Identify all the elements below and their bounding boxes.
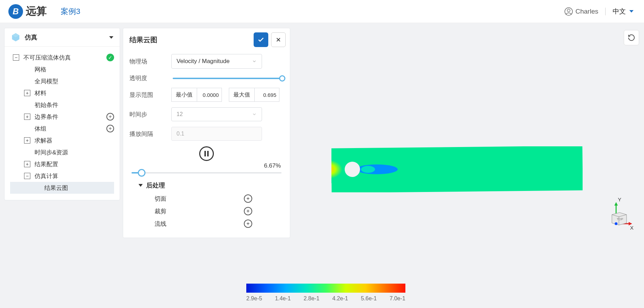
add-icon[interactable]: + bbox=[244, 220, 252, 228]
settings-title: 结果云图 bbox=[129, 35, 157, 45]
expand-icon[interactable]: + bbox=[24, 137, 30, 144]
axis-x-label: X bbox=[630, 225, 634, 231]
opacity-label: 透明度 bbox=[129, 74, 171, 82]
refresh-icon bbox=[628, 34, 635, 41]
colorbar-gradient bbox=[246, 284, 405, 293]
axis-y-label: Y bbox=[618, 197, 621, 202]
max-input-group: 最大值0.695 bbox=[229, 88, 279, 102]
refresh-button[interactable] bbox=[624, 30, 639, 45]
svg-point-6 bbox=[345, 162, 360, 177]
add-icon[interactable]: + bbox=[106, 113, 114, 121]
tree-node-boundary[interactable]: +边界条件+ bbox=[10, 111, 114, 123]
progress-slider[interactable] bbox=[132, 172, 282, 174]
brand-text: 远算 bbox=[26, 4, 47, 18]
collapse-icon[interactable]: − bbox=[24, 173, 30, 179]
tree-node-groups[interactable]: 体组+ bbox=[10, 123, 114, 134]
tree-node-result-cloud[interactable]: 结果云图 bbox=[10, 182, 114, 194]
chevron-down-icon bbox=[252, 112, 257, 117]
svg-point-5 bbox=[361, 166, 375, 173]
settings-header: 结果云图 bbox=[123, 28, 290, 51]
logo-icon: B bbox=[8, 4, 23, 19]
simulation-tree-panel: 仿真 −不可压缩流体仿真✓ 网格 全局模型 +材料 初始条件 +边界条件+ 体组… bbox=[4, 28, 120, 200]
chevron-down-icon bbox=[629, 10, 634, 13]
postprocess-header[interactable]: 后处理 bbox=[138, 181, 284, 190]
slider-thumb[interactable] bbox=[279, 75, 285, 82]
tick: 7.0e-1 bbox=[390, 295, 405, 302]
svg-point-1 bbox=[567, 9, 570, 12]
tree-node-materials[interactable]: +材料 bbox=[10, 87, 114, 99]
min-input[interactable]: 0.0000 bbox=[197, 92, 222, 98]
apply-button[interactable] bbox=[254, 32, 268, 47]
progress-percent: 6.67% bbox=[129, 162, 284, 169]
user-icon bbox=[564, 7, 573, 16]
max-label: 最大值 bbox=[229, 88, 255, 101]
min-input-group: 最小值0.0000 bbox=[171, 88, 222, 102]
tree-title: 仿真 bbox=[25, 33, 37, 41]
field-select[interactable]: Velocity / Magnitude bbox=[171, 54, 262, 69]
tree-node-solver[interactable]: +求解器 bbox=[10, 134, 114, 146]
tick: 2.8e-1 bbox=[304, 295, 319, 302]
colorbar-ticks: 2.9e-5 1.4e-1 2.8e-1 4.2e-1 5.6e-1 7.0e-… bbox=[246, 295, 405, 302]
tree-node-initial[interactable]: 初始条件 bbox=[10, 99, 114, 111]
user-name: Charles bbox=[576, 8, 598, 15]
chevron-down-icon bbox=[109, 36, 113, 39]
tree-node-sim-compute[interactable]: −仿真计算 bbox=[10, 170, 114, 182]
svg-marker-8 bbox=[614, 202, 618, 206]
check-icon bbox=[257, 36, 264, 43]
timestep-label: 时间步 bbox=[129, 110, 171, 118]
post-clip[interactable]: 裁剪+ bbox=[138, 205, 284, 217]
user-menu[interactable]: Charles bbox=[564, 7, 598, 16]
brand-logo[interactable]: B 远算 bbox=[8, 4, 47, 19]
add-icon[interactable]: + bbox=[244, 194, 252, 203]
play-pause-button[interactable] bbox=[199, 146, 214, 161]
cube-icon bbox=[11, 32, 21, 42]
header-divider bbox=[605, 8, 606, 15]
colorbar: 2.9e-5 1.4e-1 2.8e-1 4.2e-1 5.6e-1 7.0e-… bbox=[246, 284, 405, 302]
chevron-down-icon bbox=[252, 59, 257, 64]
velocity-contour-plot[interactable] bbox=[331, 146, 583, 192]
opacity-slider[interactable] bbox=[173, 78, 282, 79]
timestep-select[interactable]: 12 bbox=[171, 107, 262, 121]
language-label: 中文 bbox=[613, 7, 626, 16]
close-icon bbox=[276, 37, 281, 43]
expand-icon[interactable]: + bbox=[24, 161, 30, 167]
tree-node-timestep[interactable]: 时间步&资源 bbox=[10, 146, 114, 158]
svg-point-11 bbox=[615, 222, 617, 225]
post-streamline[interactable]: 流线+ bbox=[138, 217, 284, 230]
tree-node-root[interactable]: −不可压缩流体仿真✓ bbox=[10, 52, 114, 63]
result-settings-panel: 结果云图 物理场 Velocity / Magnitude 透明度 显示范围 最… bbox=[123, 28, 290, 238]
pause-icon bbox=[204, 151, 209, 156]
axis-top-label: TOP bbox=[617, 217, 623, 221]
collapse-icon[interactable]: − bbox=[13, 54, 19, 61]
tree-node-global-model[interactable]: 全局模型 bbox=[10, 75, 114, 87]
interval-label: 播放间隔 bbox=[129, 130, 171, 138]
language-selector[interactable]: 中文 bbox=[613, 7, 634, 16]
breadcrumb[interactable]: 案例3 bbox=[61, 6, 80, 17]
field-label: 物理场 bbox=[129, 57, 171, 66]
min-label: 最小值 bbox=[172, 88, 197, 101]
expand-icon[interactable]: + bbox=[24, 114, 30, 120]
tick: 5.6e-1 bbox=[361, 295, 377, 302]
tick: 1.4e-1 bbox=[275, 295, 291, 302]
tree-header[interactable]: 仿真 bbox=[5, 28, 120, 47]
post-slice[interactable]: 切面+ bbox=[138, 192, 284, 205]
app-header: B 远算 案例3 Charles 中文 bbox=[0, 0, 644, 23]
tree-body: −不可压缩流体仿真✓ 网格 全局模型 +材料 初始条件 +边界条件+ 体组+ +… bbox=[5, 47, 120, 200]
axis-gizmo[interactable]: Y X TOP bbox=[599, 197, 634, 235]
tree-node-mesh[interactable]: 网格 bbox=[10, 63, 114, 75]
range-label: 显示范围 bbox=[129, 91, 171, 99]
slider-thumb[interactable] bbox=[138, 169, 145, 177]
add-icon[interactable]: + bbox=[106, 125, 114, 132]
tree-node-result-config[interactable]: +结果配置 bbox=[10, 158, 114, 170]
tick: 2.9e-5 bbox=[246, 295, 262, 302]
tick: 4.2e-1 bbox=[332, 295, 348, 302]
add-icon[interactable]: + bbox=[244, 207, 252, 215]
status-ok-icon: ✓ bbox=[106, 54, 114, 61]
interval-input[interactable]: 0.1 bbox=[171, 127, 262, 141]
close-button[interactable] bbox=[271, 32, 286, 47]
expand-icon[interactable]: + bbox=[24, 90, 30, 96]
max-input[interactable]: 0.695 bbox=[255, 92, 279, 98]
triangle-down-icon bbox=[138, 184, 143, 187]
